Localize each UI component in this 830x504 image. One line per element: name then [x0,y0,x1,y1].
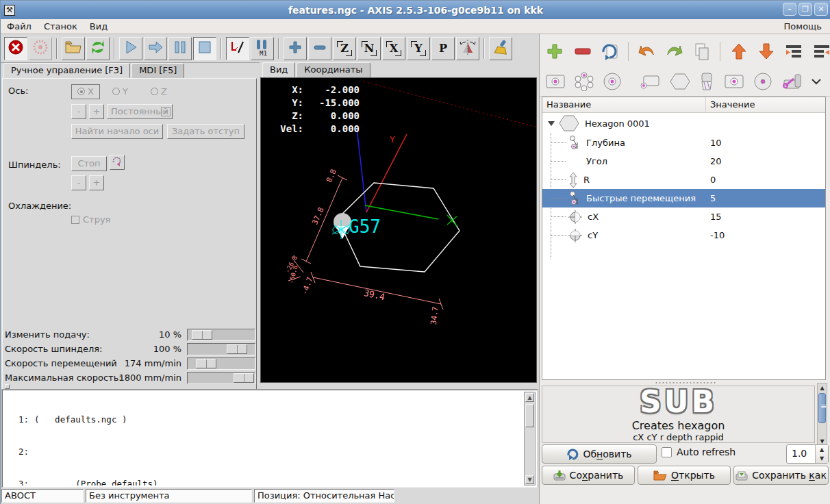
spindle-stop-button[interactable]: Стоп [71,156,107,171]
spindle-plus-button[interactable]: + [89,175,104,190]
jog-plus-button[interactable]: + [89,104,104,119]
clear-plot-button[interactable] [489,37,512,60]
move-down-button[interactable] [757,41,776,62]
shape-hole-button[interactable] [603,71,622,92]
tree-row[interactable]: Глубина 10 [542,134,825,152]
jog-mode-dropdown[interactable]: Постоянный ▾ [107,104,173,119]
add-button[interactable] [545,41,564,62]
scrollbar-thumb[interactable] [525,404,534,427]
move-up-button[interactable] [729,41,748,62]
optional-stop-button[interactable]: M1 [251,37,274,60]
save-as-button[interactable]: Сохранить как [733,466,829,485]
axis-radio-x[interactable]: X [71,84,100,99]
open-button[interactable]: Открыть [638,466,731,485]
remove-button[interactable] [573,41,592,62]
preview-canvas[interactable]: Y G57 [260,77,537,383]
tab-dro[interactable]: Координаты [297,62,370,77]
shape-pocket2-button[interactable] [724,71,744,92]
run-button[interactable] [119,37,142,60]
panel-splitter[interactable] [540,380,830,386]
menu-file[interactable]: Файл [1,20,38,33]
maximize-button[interactable]: ❐ [798,3,812,16]
feed-override-slider[interactable] [187,329,255,341]
slider-thumb[interactable] [192,330,212,340]
undo-button[interactable] [637,41,656,62]
toolbox-button[interactable] [781,71,802,92]
skip-lines-button[interactable] [226,37,249,60]
reload-file-button[interactable] [86,37,110,60]
shape-rectangle-button[interactable] [640,71,660,92]
shape-circle2-button[interactable] [753,71,772,92]
copy-button[interactable] [692,41,712,62]
spindle-minus-button[interactable]: - [71,175,86,190]
view-side-x-button[interactable]: X [382,37,405,60]
rotate-view-button[interactable] [456,37,479,60]
jog-minus-button[interactable]: - [71,104,86,119]
expand-more-button[interactable] [811,71,822,92]
slider-thumb[interactable] [227,344,247,354]
menu-help[interactable]: Помощь [778,20,828,33]
tab-preview[interactable]: Вид [262,62,295,77]
scroll-up-icon[interactable]: ▲ [525,393,534,402]
minimize-button[interactable]: – [783,3,796,16]
tree-row[interactable]: cY -10 [542,226,825,244]
view-top-button[interactable]: Z [333,37,356,60]
machine-power-button[interactable] [29,37,52,60]
redo-button[interactable] [665,41,684,62]
spin-up-icon[interactable]: ▲ [816,445,828,454]
mist-checkbox[interactable]: Струя [71,214,110,225]
spindle-brake-button[interactable] [110,155,125,170]
view-rotated-top-button[interactable]: N [357,37,381,60]
slider-thumb[interactable] [196,359,216,368]
shape-mill-button[interactable] [699,71,715,92]
shape-hexagon-button[interactable] [669,71,690,92]
gcode-listing[interactable]: 1:( defaults.ngc ) 2: 3: (Probe defaults… [2,390,538,488]
expander-icon[interactable] [548,121,555,126]
tree-row[interactable]: cX 15 [542,207,825,226]
estop-button[interactable] [4,37,27,60]
stop-button[interactable] [193,37,216,60]
gcode-scrollbar[interactable]: ▲ ▼ [524,392,536,486]
home-axis-button[interactable]: Найти начало оси [71,124,163,139]
refresh-interval-spinbox[interactable]: 1.0 ▲ ▼ [786,444,829,464]
tab-manual-control[interactable]: Ручное управление [F3] [3,63,130,78]
touch-off-button[interactable]: Задать отступ [167,124,244,139]
zoom-out-button[interactable] [308,37,331,60]
shape-pocket-rect-button[interactable] [545,71,566,92]
scroll-down-icon[interactable]: ▼ [525,475,534,484]
pause-button[interactable] [168,37,192,60]
spin-down-icon[interactable]: ▼ [816,454,828,463]
shape-circular-array-button[interactable] [575,71,594,92]
spindle-override-slider[interactable] [187,343,255,355]
axis-radio-y[interactable]: Y [112,86,128,97]
outdent-button[interactable] [812,41,830,62]
axis-radio-z[interactable]: Z [151,86,167,97]
tree-row-selected[interactable]: Быстрые перемещения 5 [542,189,825,207]
column-name[interactable]: Название [542,97,706,112]
auto-refresh-checkbox[interactable] [662,447,672,457]
duplicate-button[interactable] [601,41,620,62]
menu-view[interactable]: Вид [84,20,114,33]
menu-machine[interactable]: Станок [38,20,84,33]
zoom-in-button[interactable] [284,37,307,60]
scrollbar-thumb[interactable] [818,393,826,423]
indent-button[interactable] [784,41,803,62]
step-button[interactable] [144,37,167,60]
interval-value[interactable]: 1.0 [792,448,807,459]
close-button[interactable]: ✕ [814,3,828,16]
slider-thumb[interactable] [234,373,254,383]
view-side-y-button[interactable]: Y [407,37,430,60]
open-file-button[interactable] [62,37,85,60]
tab-mdi[interactable]: MDI [F5] [131,63,184,78]
update-button[interactable]: Обновить [542,444,657,464]
column-value[interactable]: Значение [706,97,759,112]
tree-row[interactable]: Угол 20 [542,152,825,171]
jog-speed-slider[interactable] [187,357,255,370]
scroll-up-icon[interactable]: ▲ [818,383,827,392]
sub-scrollbar[interactable]: ▲ ▼ [817,383,827,446]
tree-row[interactable]: R 0 [542,171,825,189]
save-button[interactable]: Сохранить [542,466,635,485]
pane-resize-grip[interactable] [5,384,10,389]
tree-row-root[interactable]: Hexagon 0001 [542,113,825,134]
view-perspective-button[interactable]: P [431,37,455,60]
